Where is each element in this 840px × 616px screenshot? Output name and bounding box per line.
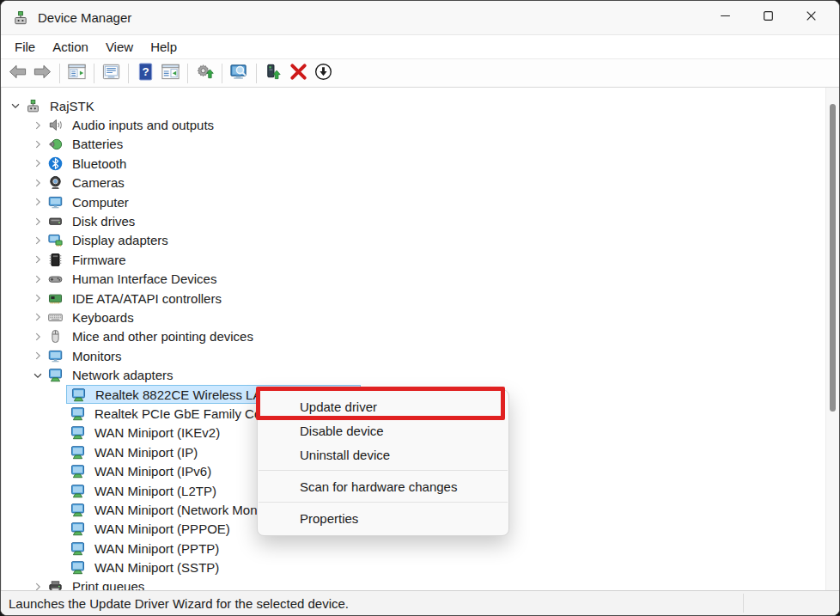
printer-icon — [46, 578, 64, 590]
tree-item-label: Mice and other pointing devices — [72, 329, 253, 344]
chevron-right-icon[interactable] — [31, 176, 45, 190]
tree-item-monitors[interactable]: Monitors — [2, 346, 839, 365]
context-menu-item-update-driver[interactable]: Update driver — [258, 394, 508, 418]
chevron-right-icon[interactable] — [31, 156, 45, 170]
status-bar-divider — [743, 594, 744, 613]
network-icon — [70, 386, 87, 403]
scan-hardware-changes-button[interactable] — [228, 62, 251, 85]
tree-item-content: Realtek PCIe GbE Family Cont — [69, 404, 272, 423]
tree-item-mice-and-other-pointing-devices[interactable]: Mice and other pointing devices — [2, 327, 839, 346]
tree-item-content: Cameras — [46, 174, 125, 192]
minimize-icon — [719, 9, 732, 26]
chevron-right-icon[interactable] — [31, 253, 45, 266]
chevron-placeholder — [53, 426, 67, 440]
tree-item-disk-drives[interactable]: Disk drives — [2, 211, 839, 230]
context-menu-item-disable-device[interactable]: Disable device — [258, 418, 508, 442]
disk-icon — [46, 213, 64, 230]
tree-item-rajstk[interactable]: RajSTK — [2, 96, 839, 115]
tree-item-content: Network adapters — [46, 366, 173, 385]
tree-item-network-adapters[interactable]: Network adapters — [2, 365, 839, 384]
tree-item-display-adapters[interactable]: Display adapters — [2, 231, 839, 250]
chevron-right-icon[interactable] — [31, 215, 45, 229]
close-icon — [805, 9, 818, 26]
tree-item-cameras[interactable]: Cameras — [2, 174, 839, 192]
bluetooth-icon — [46, 155, 64, 172]
toolbar-separator — [94, 64, 94, 83]
tree-item-wan-miniport-pptp[interactable]: WAN Miniport (PPTP) — [2, 539, 839, 558]
update-driver-software-button[interactable] — [262, 62, 285, 85]
title-bar[interactable]: Device Manager — [1, 1, 839, 35]
uninstall-device-button[interactable] — [287, 62, 310, 85]
chevron-placeholder — [53, 522, 67, 536]
toolbar-separator — [59, 64, 60, 83]
chevron-right-icon[interactable] — [31, 234, 45, 247]
chevron-right-icon[interactable] — [31, 330, 45, 344]
svg-text:?: ? — [142, 65, 149, 78]
chevron-placeholder — [53, 465, 67, 479]
network-icon — [69, 482, 86, 499]
chevron-right-icon[interactable] — [31, 272, 45, 286]
tree-item-content: WAN Miniport (PPTP) — [69, 539, 219, 558]
tree-item-label: Batteries — [72, 137, 123, 151]
tree-item-label: WAN Miniport (Network Mon — [94, 503, 257, 517]
context-menu-item-properties[interactable]: Properties — [258, 506, 508, 530]
chevron-down-icon[interactable] — [31, 369, 45, 382]
tree-item-content: IDE ATA/ATAPI controllers — [46, 289, 222, 308]
tree-item-label: Cameras — [72, 175, 125, 190]
toolbar-separator — [256, 64, 257, 83]
tree-item-audio-inputs-and-outputs[interactable]: Audio inputs and outputs — [2, 115, 839, 134]
close-button[interactable] — [789, 1, 832, 34]
battery-icon — [46, 136, 64, 153]
context-menu-item-scan-for-hardware-changes[interactable]: Scan for hardware changes — [258, 474, 508, 498]
network-icon — [46, 367, 64, 384]
help-button[interactable]: ? — [134, 62, 157, 85]
monitor-icon — [46, 347, 64, 364]
minimize-button[interactable] — [703, 1, 746, 34]
tree-item-label: Firmware — [72, 253, 126, 267]
vertical-scrollbar[interactable] — [825, 88, 839, 590]
show-console-tree-button[interactable] — [65, 62, 88, 85]
tree-item-bluetooth[interactable]: Bluetooth — [2, 154, 839, 173]
menu-help[interactable]: Help — [142, 38, 186, 56]
forward-button[interactable] — [31, 62, 54, 85]
tree-item-human-interface-devices[interactable]: Human Interface Devices — [2, 270, 839, 289]
tree-item-batteries[interactable]: Batteries — [2, 135, 839, 154]
tree-item-keyboards[interactable]: Keyboards — [2, 308, 839, 326]
menu-file[interactable]: File — [6, 38, 44, 56]
chevron-right-icon[interactable] — [31, 119, 45, 132]
tree-item-computer[interactable]: Computer — [2, 192, 839, 211]
chevron-down-icon[interactable] — [9, 99, 22, 113]
tree-item-firmware[interactable]: Firmware — [2, 250, 839, 269]
back-button[interactable] — [6, 62, 29, 85]
tree-item-label: Realtek 8822CE Wireless LAN 8 — [95, 387, 282, 402]
chevron-right-icon[interactable] — [31, 195, 45, 209]
menu-action[interactable]: Action — [44, 38, 97, 56]
chevron-right-icon[interactable] — [31, 310, 45, 324]
update-driver-button[interactable] — [193, 62, 216, 85]
show-action-pane-button[interactable] — [159, 62, 182, 85]
chevron-right-icon[interactable] — [31, 349, 45, 363]
scrollbar-thumb[interactable] — [830, 104, 836, 412]
tree-item-label: WAN Miniport (PPTP) — [94, 541, 219, 556]
network-icon — [69, 559, 86, 576]
toolbar-separator — [222, 64, 222, 83]
tree-item-label: WAN Miniport (IPv6) — [94, 464, 211, 479]
menu-view[interactable]: View — [97, 38, 142, 56]
network-icon — [69, 443, 86, 460]
tree-item-print-queues[interactable]: Print queues — [2, 577, 839, 590]
action-pane-icon — [161, 62, 180, 85]
tree-item-label: Print queues — [72, 579, 144, 590]
properties-button[interactable] — [100, 62, 123, 85]
context-menu-item-uninstall-device[interactable]: Uninstall device — [258, 442, 508, 467]
tree-item-ide-ata-atapi-controllers[interactable]: IDE ATA/ATAPI controllers — [2, 289, 839, 308]
maximize-button[interactable] — [746, 1, 789, 34]
chevron-placeholder — [53, 541, 67, 555]
tree-item-label: WAN Miniport (IP) — [94, 445, 198, 460]
chevron-placeholder — [53, 406, 67, 420]
chevron-right-icon[interactable] — [31, 580, 45, 590]
tree-item-wan-miniport-sstp[interactable]: WAN Miniport (SSTP) — [2, 558, 839, 576]
camera-icon — [46, 174, 64, 192]
chevron-right-icon[interactable] — [31, 291, 45, 305]
chevron-right-icon[interactable] — [31, 137, 45, 151]
disable-device-button[interactable] — [312, 62, 335, 85]
